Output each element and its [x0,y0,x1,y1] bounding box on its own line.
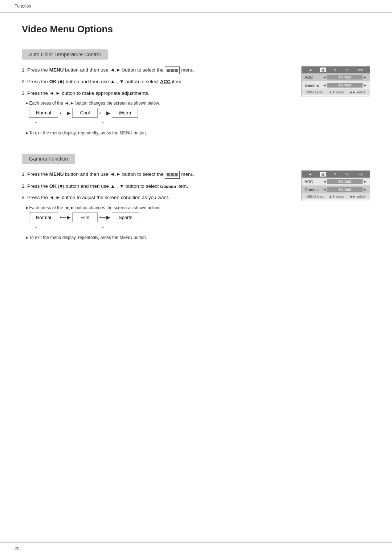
s2-up-arrow-left: ↑ [34,224,38,232]
s2-step2-ok-bold: OK [49,183,57,189]
step1-menu-bold: MENU [49,67,64,73]
option-warm: Warm [112,108,138,118]
section1-up-arrows: ↑ ↑ [33,120,287,127]
s2-step2-num: 2. Press the [22,183,49,189]
s2-icon-back: ◄ [307,172,314,177]
s2-option-film: Film [72,212,98,222]
menu2-bottom: MENU prev. ▲▼ move ◄► select [302,194,370,199]
section1-step2: 2. Press the OK (■) button and then use … [22,78,287,86]
s2-step1-num: 1. Press the [22,171,49,177]
bottom-bar: 20 [0,542,392,555]
section2-menu-panel: ◄ ▦ ✎ ✄ ≡bk ACC ◄ Normal ► Gamma ◄ Norma… [301,170,370,201]
section2-step3: 3. Press the ◄,► button to adjust the sc… [22,194,287,202]
option-normal: Normal [29,108,58,118]
menu2-acc-value: Normal [327,179,363,184]
menu1-topbar: ◄ ▦ ✎ ✄ ≡bk [302,66,370,73]
menu1-move: ▲▼ move [329,90,344,94]
s2-step1-text2: button and then use ◄,► button to select… [65,171,165,177]
menu1-prev: MENU prev. [306,90,324,94]
menu2-select: ◄► select [349,195,365,198]
icon-cut: ✄ [344,68,350,72]
section1-step3: 3. Press the ◄,► button to make appropri… [22,89,287,97]
s2-icon-grid: ▦ [320,172,326,177]
section1-menu-panel: ◄ ▦ ✎ ✄ ≡bk ACC ◄ Normal ► Gamma ◄ Norma… [301,66,370,97]
s2-icon-pencil: ✎ [332,172,338,177]
s2-icon-cut: ✄ [344,172,350,177]
step2-num: 2. Press the [22,79,49,84]
icon-grid: ▦ [320,68,326,72]
section1-step1: 1. Press the MENU button and then use ◄,… [22,66,287,74]
step1-text3: menu. [181,67,195,73]
menu1-gamma-label: Gamma [305,83,323,88]
section-gamma: Gamma Function 1. Press the MENU button … [22,154,370,240]
option-cool: Cool [72,108,98,118]
s2-arrow2: ⟵▶ [98,214,112,220]
section1-header: Auto Color Temperature Control [22,49,108,60]
s2-step2-gamma: Gamma [160,183,176,189]
menu1-acc-value: Normal [327,75,363,80]
step2-ok-bold: OK [49,79,57,84]
s2-step2-text3: item. [177,183,188,189]
s2-option-normal: Normal [29,212,58,222]
s2-step1-menu-bold: MENU [49,171,64,177]
section2-header: Gamma Function [22,154,75,164]
s2-menu-icon: ▩▩▩ [165,171,180,179]
menu2-row-gamma: Gamma ◄ Normal ► [302,186,370,194]
up-arrow-left: ↑ [34,120,38,127]
s2-step2-text2: (■) button and then use ▲ , ▼ button to … [58,183,160,189]
step2-text2: (■) button and then use ▲ , ▼ button to … [58,79,160,84]
menu1-bottom: MENU prev. ▲▼ move ◄► select [302,89,370,95]
section-auto-color: Auto Color Temperature Control 1. Press … [22,49,370,135]
icon-bk: ≡bk [356,68,365,72]
menu2-gamma-value: Normal [327,187,363,192]
section2-up-arrows: ↑ ↑ [33,224,287,232]
menu2-acc-label: ACC [305,179,323,184]
s2-step1-text3: menu. [181,171,195,177]
section2-step1: 1. Press the MENU button and then use ◄,… [22,170,287,178]
section2-options-row: Normal ⟵▶ Film ⟵▶ Sports [29,212,287,222]
step3-text: 3. Press the ◄,► button to make appropri… [22,90,150,96]
menu2-move: ▲▼ move [329,195,344,198]
menu1-row-gamma: Gamma ◄ Normal ► [302,81,370,89]
arrow2: ⟵▶ [98,110,112,116]
step2-acc: ACC [160,79,171,84]
section1-exit-note: ● To exit the menu display, repeatedly, … [25,130,287,135]
main-content: Video Menu Options Auto Color Temperatur… [0,13,392,280]
menu2-prev: MENU prev. [306,195,324,198]
up-arrow-right: ↑ [101,120,105,127]
page-title: Video Menu Options [22,24,370,35]
section1-body: 1. Press the MENU button and then use ◄,… [22,66,370,135]
section2-sub-note: ● Each press of the ◄,► button changes t… [25,205,287,210]
step1-text2: button and then use ◄,► button to select… [65,67,165,73]
menu-icon: ▩▩▩ [165,66,180,74]
step2-text3: item. [172,79,183,84]
step1-num: 1. Press the [22,67,49,73]
menu1-row-acc: ACC ◄ Normal ► [302,73,370,81]
s2-icon-bk: ≡bk [356,172,365,177]
section2-step2: 2. Press the OK (■) button and then use … [22,182,287,190]
section1-text: 1. Press the MENU button and then use ◄,… [22,66,287,135]
s2-option-sports: Sports [112,212,139,222]
s2-step3-text: 3. Press the ◄,► button to adjust the sc… [22,195,169,200]
menu1-gamma-value: Normal [327,83,363,88]
section2-body: 1. Press the MENU button and then use ◄,… [22,170,370,240]
section1-options-row: Normal ⟵▶ Cool ⟵▶ Warm [29,108,287,118]
top-bar: Function [0,0,392,13]
section1-sub-note: ● Each press of the ◄,► button changes t… [25,101,287,106]
icon-back: ◄ [307,68,314,72]
menu1-select: ◄► select [349,90,365,94]
icon-pencil: ✎ [332,68,338,72]
s2-arrow1: ⟵▶ [58,214,72,220]
arrow1: ⟵▶ [58,110,72,116]
menu2-gamma-label: Gamma [305,187,323,192]
menu2-row-acc: ACC ◄ Normal ► [302,178,370,186]
page-number: 20 [15,546,19,551]
menu1-acc-label: ACC [305,75,323,80]
top-bar-label: Function [15,4,31,9]
section2-exit-note: ● To exit the menu display, repeatedly, … [25,235,287,240]
section2-text: 1. Press the MENU button and then use ◄,… [22,170,287,240]
s2-up-arrow-right: ↑ [101,224,105,232]
menu2-topbar: ◄ ▦ ✎ ✄ ≡bk [302,171,370,178]
